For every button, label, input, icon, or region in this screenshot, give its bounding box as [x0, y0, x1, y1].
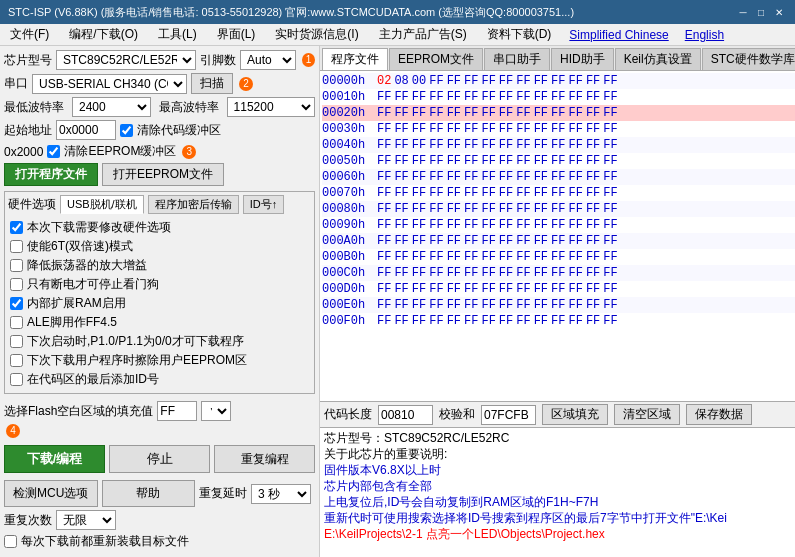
info-line: 上电复位后,ID号会自动复制到RAM区域的F1H~F7H: [324, 494, 795, 510]
hw-checkbox-1[interactable]: [10, 240, 23, 253]
window-controls: ─ □ ✕: [735, 4, 787, 20]
hex-byte: FF: [516, 282, 530, 296]
hex-byte: FF: [516, 186, 530, 200]
tab-hid[interactable]: HID助手: [551, 48, 614, 70]
save-button[interactable]: 保存数据: [686, 404, 752, 425]
chip-select[interactable]: STC89C52RC/LE52RC: [56, 50, 196, 70]
hw-option-2: 降低振荡器的放大增益: [10, 257, 309, 274]
menu-program[interactable]: 编程/下载(O): [63, 25, 144, 44]
hw-checkbox-0[interactable]: [10, 221, 23, 234]
menu-lang-chinese[interactable]: Simplified Chinese: [565, 27, 672, 43]
hex-byte: FF: [551, 234, 565, 248]
check-mcu-button[interactable]: 检测MCU选项: [4, 480, 98, 507]
hex-byte: FF: [603, 90, 617, 104]
hex-byte: FF: [551, 106, 565, 120]
hex-byte: 00: [412, 74, 426, 88]
hw-checkbox-3[interactable]: [10, 278, 23, 291]
hw-checkbox-8[interactable]: [10, 373, 23, 386]
hex-byte: FF: [412, 298, 426, 312]
hex-byte: FF: [499, 234, 513, 248]
clear-code-checkbox[interactable]: [120, 124, 133, 137]
tab-serial[interactable]: 串口助手: [484, 48, 550, 70]
hex-row: 00040hFFFFFFFFFFFFFFFFFFFFFFFFFFFF: [322, 137, 795, 153]
hw-checkbox-4[interactable]: [10, 297, 23, 310]
hex-byte: FF: [568, 170, 582, 184]
hw-tab-id[interactable]: ID号↑: [243, 195, 285, 214]
hex-view[interactable]: 00000h020800FFFFFFFFFFFFFFFFFFFFFF00010h…: [320, 71, 795, 401]
hex-byte: FF: [394, 234, 408, 248]
delay-select[interactable]: 3 秒: [251, 484, 311, 504]
menu-product[interactable]: 主力产品广告(S): [373, 25, 473, 44]
open-eeprom-button[interactable]: 打开EEPROM文件: [102, 163, 224, 186]
hw-checkbox-5[interactable]: [10, 316, 23, 329]
open-program-button[interactable]: 打开程序文件: [4, 163, 98, 186]
max-baud-select[interactable]: 115200: [227, 97, 315, 117]
hw-checkbox-2[interactable]: [10, 259, 23, 272]
clear-eeprom-checkbox[interactable]: [47, 145, 60, 158]
hex-byte: FF: [586, 314, 600, 328]
tab-keil[interactable]: Keil仿真设置: [615, 48, 701, 70]
code-len-input[interactable]: [378, 405, 433, 425]
hw-checkbox-6[interactable]: [10, 335, 23, 348]
hex-byte: FF: [603, 202, 617, 216]
hex-byte: FF: [568, 186, 582, 200]
minimize-button[interactable]: ─: [735, 4, 751, 20]
hex-byte: FF: [534, 138, 548, 152]
hex-byte: FF: [586, 122, 600, 136]
hex-byte: FF: [499, 218, 513, 232]
checksum-input[interactable]: [481, 405, 536, 425]
menu-realtime[interactable]: 实时货源信息(I): [269, 25, 364, 44]
hex-byte: FF: [534, 266, 548, 280]
tab-stc-math[interactable]: STC硬件数学库: [702, 48, 795, 70]
hex-byte: FF: [429, 282, 443, 296]
min-baud-select[interactable]: 2400: [72, 97, 151, 117]
hex-address: 00050h: [322, 154, 377, 168]
hex-address: 00080h: [322, 202, 377, 216]
hex-bytes: FFFFFFFFFFFFFFFFFFFFFFFFFFFF: [377, 202, 795, 216]
hex-byte: FF: [568, 314, 582, 328]
menu-interface[interactable]: 界面(L): [211, 25, 262, 44]
hex-byte: FF: [464, 170, 478, 184]
hex-bytes: FFFFFFFFFFFFFFFFFFFFFFFFFFFF: [377, 234, 795, 248]
reprogram-button[interactable]: 重复编程: [214, 445, 315, 473]
download-button[interactable]: 下载/编程: [4, 445, 105, 473]
hex-address: 00030h: [322, 122, 377, 136]
scan-button[interactable]: 扫描: [191, 73, 233, 94]
tab-eeprom-file[interactable]: EEPROM文件: [389, 48, 483, 70]
stop-button[interactable]: 停止: [109, 445, 210, 473]
hw-tab-encrypt[interactable]: 程序加密后传输: [148, 195, 239, 214]
hex-byte: FF: [534, 234, 548, 248]
maximize-button[interactable]: □: [753, 4, 769, 20]
start-addr-input[interactable]: [56, 120, 116, 140]
repeat-select[interactable]: 无限: [56, 510, 116, 530]
menu-file[interactable]: 文件(F): [4, 25, 55, 44]
hex-byte: FF: [447, 202, 461, 216]
delay-label: 重复延时: [199, 485, 247, 502]
clear-button[interactable]: 清空区域: [614, 404, 680, 425]
serial-select[interactable]: USB-SERIAL CH340 (COM3): [32, 74, 187, 94]
fill-button[interactable]: 区域填充: [542, 404, 608, 425]
reload-checkbox[interactable]: [4, 535, 17, 548]
pin-select[interactable]: Auto: [240, 50, 296, 70]
hw-option-label-7: 下次下载用户程序时擦除用户EEPROM区: [27, 352, 247, 369]
hex-byte: FF: [481, 282, 495, 296]
help-button[interactable]: 帮助: [102, 480, 196, 507]
flash-select[interactable]: ▼: [201, 401, 231, 421]
close-button[interactable]: ✕: [771, 4, 787, 20]
hw-tab-usb[interactable]: USB脱机/联机: [60, 195, 144, 214]
menu-download[interactable]: 资料下载(D): [481, 25, 558, 44]
hex-byte: FF: [516, 122, 530, 136]
hex-row: 00050hFFFFFFFFFFFFFFFFFFFFFFFFFFFF: [322, 153, 795, 169]
hw-checkbox-7[interactable]: [10, 354, 23, 367]
hex-byte: FF: [568, 282, 582, 296]
tab-program-file[interactable]: 程序文件: [322, 48, 388, 70]
code-len-label: 代码长度: [324, 406, 372, 423]
hex-byte: FF: [394, 250, 408, 264]
hex-byte: FF: [534, 154, 548, 168]
menu-lang-english[interactable]: English: [681, 27, 728, 43]
hex-byte: FF: [568, 250, 582, 264]
hex-byte: FF: [429, 314, 443, 328]
hex-byte: FF: [429, 90, 443, 104]
menu-tools[interactable]: 工具(L): [152, 25, 203, 44]
flash-input[interactable]: [157, 401, 197, 421]
